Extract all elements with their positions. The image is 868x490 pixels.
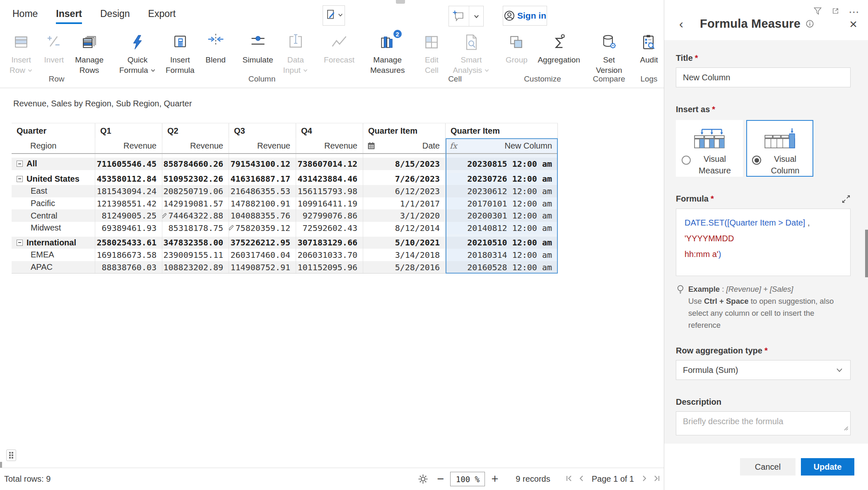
revenue-cell[interactable]: 791543100.12 [229, 158, 296, 170]
revenue-header[interactable]: Revenue [95, 138, 162, 153]
collapse-toggle-icon[interactable] [17, 161, 23, 167]
date-header[interactable]: Date [363, 138, 446, 153]
drag-handle-button[interactable] [6, 449, 16, 461]
date-cell[interactable]: 8/15/2023 [363, 158, 446, 170]
row-aggregation-select[interactable]: Formula (Sum) [676, 360, 851, 380]
revenue-cell[interactable]: 206031033.70 [296, 249, 363, 261]
ribbon-button-aggregation[interactable]: Aggregation [533, 30, 585, 65]
revenue-cell[interactable]: 260317460.04 [229, 249, 296, 261]
date-cell[interactable]: 8/12/2014 [363, 222, 446, 234]
region-header[interactable]: Region [12, 138, 95, 153]
new-column-cell[interactable]: 20140812 12:00 am [446, 222, 558, 234]
revenue-cell[interactable]: 114908752.91 [229, 261, 296, 274]
insert-as-option-visual-column[interactable]: Visual Column [746, 120, 813, 177]
last-page-button[interactable] [653, 475, 661, 484]
revenue-cell[interactable]: 431423884.46 [296, 173, 363, 185]
comment-dropdown-button[interactable] [469, 6, 483, 26]
revenue-cell[interactable]: 108823202.89 [162, 261, 229, 274]
sign-in-button[interactable]: Sign in [503, 6, 547, 26]
close-icon[interactable]: × [849, 17, 857, 31]
region-cell[interactable]: Midwest [12, 222, 95, 234]
revenue-cell[interactable]: 239009155.11 [162, 249, 229, 261]
date-cell[interactable]: 6/12/2023 [363, 185, 446, 197]
zoom-level-input[interactable] [450, 472, 485, 486]
insert-as-option-visual-measure[interactable]: Visual Measure [676, 120, 743, 177]
tab-design[interactable]: Design [100, 8, 130, 22]
date-cell[interactable]: 1/1/2017 [363, 197, 446, 210]
region-cell[interactable]: United States [12, 173, 95, 185]
revenue-cell[interactable]: 101152095.96 [296, 261, 363, 274]
edit-view-button[interactable] [323, 5, 345, 26]
revenue-cell[interactable]: 258025433.61 [95, 237, 162, 249]
new-column-cell[interactable]: 20160528 12:00 am [446, 261, 558, 274]
revenue-cell[interactable]: 169186673.58 [95, 249, 162, 261]
add-comment-button[interactable] [449, 6, 469, 26]
tab-export[interactable]: Export [148, 8, 176, 22]
collapse-ribbon-handle[interactable] [396, 0, 405, 4]
collapse-toggle-icon[interactable] [17, 176, 23, 182]
region-cell[interactable]: APAC [12, 261, 95, 274]
expand-formula-icon[interactable] [841, 195, 851, 204]
date-cell[interactable]: 3/14/2018 [363, 249, 446, 261]
radio-selected-icon[interactable] [752, 156, 761, 165]
new-column-header[interactable]: fxNew Column [446, 138, 558, 153]
ribbon-button-insert-formula[interactable]: Insert Formula [161, 30, 200, 75]
formula-editor[interactable]: DATE.SET([Quarter Item > Date] , 'YYYYMM… [676, 209, 851, 276]
revenue-cell[interactable]: 858784660.26 [162, 158, 229, 170]
region-cell[interactable]: EMEA [12, 249, 95, 261]
settings-gear-icon[interactable] [417, 473, 429, 485]
description-textarea[interactable] [676, 411, 851, 435]
revenue-header[interactable]: Revenue [162, 138, 229, 153]
revenue-cell[interactable]: 92799076.86 [296, 209, 363, 222]
revenue-cell[interactable]: 81249005.25 [95, 209, 162, 222]
expand-window-icon[interactable] [831, 6, 840, 17]
ribbon-button-blend[interactable]: Blend [200, 30, 232, 65]
revenue-cell[interactable]: 109916411.19 [296, 197, 363, 210]
resize-grip-icon[interactable] [844, 425, 849, 432]
column-header[interactable]: Q4 [296, 123, 363, 138]
column-header[interactable]: Q3 [229, 123, 296, 138]
revenue-header[interactable]: Revenue [296, 138, 363, 153]
ribbon-button-audit[interactable]: Audit [633, 30, 665, 65]
filter-icon[interactable] [813, 6, 822, 17]
column-header[interactable]: Quarter Item [363, 123, 446, 138]
revenue-cell[interactable]: 88838760.03 [95, 261, 162, 274]
revenue-cell[interactable]: 416316887.17 [229, 173, 296, 185]
revenue-cell[interactable]: 142919081.57 [162, 197, 229, 210]
revenue-cell[interactable]: 74464322.88 [162, 209, 229, 222]
revenue-cell[interactable]: 510952302.26 [162, 173, 229, 185]
new-column-cell[interactable]: 20180314 12:00 am [446, 249, 558, 261]
revenue-cell[interactable]: 181543094.24 [95, 185, 162, 197]
zoom-in-button[interactable]: + [490, 473, 499, 485]
date-cell[interactable]: 7/26/2023 [363, 173, 446, 185]
new-column-cell[interactable]: 20170101 12:00 am [446, 197, 558, 210]
tab-home[interactable]: Home [12, 8, 38, 22]
revenue-cell[interactable]: 307183129.66 [296, 237, 363, 249]
new-column-cell[interactable]: 20230815 12:00 am [446, 158, 558, 170]
first-page-button[interactable] [565, 475, 573, 484]
title-input[interactable] [676, 67, 851, 87]
revenue-cell[interactable]: 147882100.91 [229, 197, 296, 210]
revenue-cell[interactable]: 208250719.06 [162, 185, 229, 197]
date-cell[interactable]: 3/1/2020 [363, 209, 446, 222]
update-button[interactable]: Update [801, 458, 854, 476]
revenue-cell[interactable]: 75820359.12 [229, 222, 296, 234]
revenue-cell[interactable]: 104088355.76 [229, 209, 296, 222]
revenue-cell[interactable]: 453580112.84 [95, 173, 162, 185]
revenue-cell[interactable]: 156115793.98 [296, 185, 363, 197]
new-column-cell[interactable]: 20230612 12:00 am [446, 185, 558, 197]
revenue-cell[interactable]: 711605546.45 [95, 158, 162, 170]
ribbon-button-manage-measures[interactable]: 2Manage Measures [365, 30, 410, 75]
back-chevron-icon[interactable]: ‹ [679, 18, 683, 30]
revenue-header[interactable]: Revenue [229, 138, 296, 153]
column-header[interactable]: Quarter Item [446, 123, 558, 138]
collapse-toggle-icon[interactable] [17, 240, 23, 246]
radio-icon[interactable] [682, 156, 691, 165]
region-cell[interactable]: All [12, 158, 95, 170]
previous-page-button[interactable] [578, 475, 585, 484]
zoom-out-button[interactable]: − [436, 473, 445, 485]
new-column-cell[interactable]: 20200301 12:00 am [446, 209, 558, 222]
region-cell[interactable]: Central [12, 209, 95, 222]
new-column-cell[interactable]: 20210510 12:00 am [446, 237, 558, 249]
revenue-cell[interactable]: 121398551.42 [95, 197, 162, 210]
